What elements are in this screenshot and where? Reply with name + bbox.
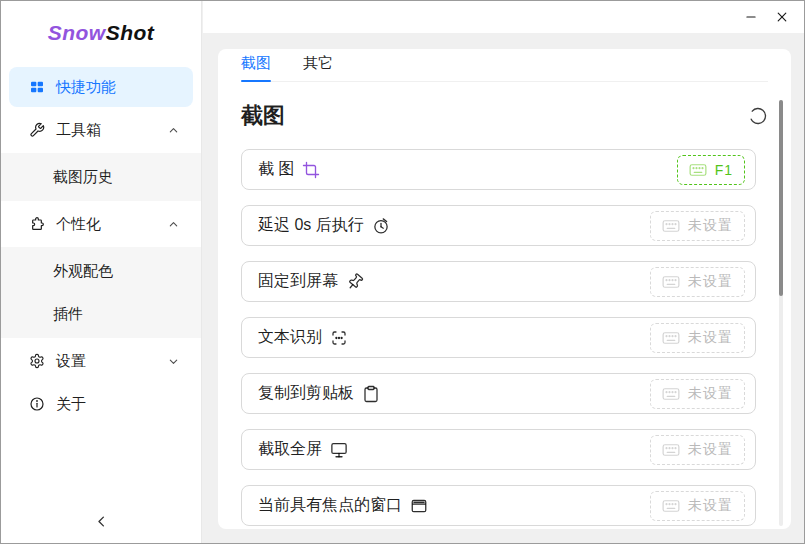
shortcut-grid-icon: [29, 79, 45, 95]
shortcut-row-delay-execute[interactable]: 延迟 0s 后执行 未设置: [241, 205, 756, 246]
loading-spinner-icon: [748, 106, 768, 126]
hotkey-value: 未设置: [688, 329, 733, 347]
keyboard-icon: [662, 499, 680, 513]
timer-icon: [372, 217, 390, 235]
shortcut-label: 延迟 0s 后执行: [258, 215, 364, 236]
sidebar-item-label: 插件: [53, 305, 179, 324]
sidebar-item-toolbox[interactable]: 工具箱: [9, 110, 193, 150]
sidebar: SnowShot 快捷功能 工具箱 截图历史: [1, 1, 202, 543]
tab-bar: 截图 其它: [241, 49, 768, 82]
shortcut-label: 文本识别: [258, 327, 322, 348]
sidebar-item-personalization[interactable]: 个性化: [9, 204, 193, 244]
info-icon: [29, 396, 45, 412]
sidebar-item-appearance[interactable]: 外观配色: [9, 251, 193, 291]
tab-label: 截图: [241, 54, 271, 71]
hotkey-value: 未设置: [688, 385, 733, 403]
minimize-button[interactable]: [735, 3, 766, 31]
chevron-up-icon: [168, 219, 179, 230]
sidebar-item-label: 个性化: [56, 215, 157, 234]
monitor-icon: [330, 441, 348, 459]
sidebar-item-label: 工具箱: [56, 121, 157, 140]
hotkey-badge[interactable]: F1: [677, 155, 745, 185]
scrollbar[interactable]: [779, 100, 783, 526]
chevron-up-icon: [168, 125, 179, 136]
puzzle-icon: [29, 216, 45, 232]
minimize-icon: [744, 10, 758, 24]
scrollbar-thumb[interactable]: [779, 100, 783, 296]
shortcut-label: 截取全屏: [258, 439, 322, 460]
keyboard-icon: [662, 331, 680, 345]
app-logo: SnowShot: [1, 1, 201, 64]
shortcut-settings-panel: 截图 其它 截图 截 图 F1: [218, 49, 791, 529]
main-area: 截图 其它 截图 截 图 F1: [203, 1, 804, 543]
shortcut-label: 截 图: [258, 159, 294, 180]
close-button[interactable]: [766, 3, 797, 31]
sidebar-item-plugins[interactable]: 插件: [9, 294, 193, 334]
sidebar-item-label: 设置: [56, 352, 157, 371]
shortcut-label: 当前具有焦点的窗口: [258, 495, 402, 516]
window-titlebar: [203, 1, 804, 33]
crop-icon: [302, 161, 320, 179]
hotkey-value: 未设置: [688, 217, 733, 235]
wrench-icon: [29, 122, 45, 138]
close-icon: [775, 10, 789, 24]
hotkey-badge[interactable]: 未设置: [650, 435, 745, 465]
shortcut-row-screenshot[interactable]: 截 图 F1: [241, 149, 756, 190]
clipboard-icon: [362, 385, 380, 403]
snowshot-window: SnowShot 快捷功能 工具箱 截图历史: [0, 0, 805, 544]
sidebar-item-label: 外观配色: [53, 262, 179, 281]
tab-other[interactable]: 其它: [303, 54, 333, 81]
shortcut-row-focused-window[interactable]: 当前具有焦点的窗口 未设置: [241, 485, 756, 526]
keyboard-icon: [662, 443, 680, 457]
shortcut-row-pin-to-screen[interactable]: 固定到屏幕 未设置: [241, 261, 756, 302]
hotkey-badge[interactable]: 未设置: [650, 211, 745, 241]
hotkey-badge[interactable]: 未设置: [650, 379, 745, 409]
keyboard-icon: [662, 219, 680, 233]
shortcut-row-capture-fullscreen[interactable]: 截取全屏 未设置: [241, 429, 756, 470]
logo-text-snow: Snow: [48, 21, 106, 45]
gear-icon: [29, 353, 45, 369]
page-title: 截图: [241, 101, 285, 131]
keyboard-icon: [662, 387, 680, 401]
shortcut-row-copy-to-clipboard[interactable]: 复制到剪贴板 未设置: [241, 373, 756, 414]
focused-window-icon: [410, 497, 428, 515]
hotkey-badge[interactable]: 未设置: [650, 323, 745, 353]
sidebar-item-about[interactable]: 关于: [9, 384, 193, 424]
toolbox-submenu: 截图历史: [1, 153, 201, 201]
section-header: 截图: [241, 102, 768, 130]
sidebar-item-quick-functions[interactable]: 快捷功能: [9, 67, 193, 107]
personalization-submenu: 外观配色 插件: [1, 247, 201, 338]
chevron-left-icon: [94, 514, 109, 529]
hotkey-value: 未设置: [688, 273, 733, 291]
tab-label: 其它: [303, 54, 333, 71]
sidebar-item-settings[interactable]: 设置: [9, 341, 193, 381]
sidebar-item-screenshot-history[interactable]: 截图历史: [9, 157, 193, 197]
hotkey-badge[interactable]: 未设置: [650, 491, 745, 521]
ocr-scan-icon: [330, 329, 348, 347]
shortcut-list: 截 图 F1 延迟 0s 后执行 未设置 固定到屏幕: [241, 149, 756, 526]
tab-screenshot[interactable]: 截图: [241, 54, 271, 81]
sidebar-item-label: 截图历史: [53, 168, 179, 187]
hotkey-value: 未设置: [688, 497, 733, 515]
shortcut-row-text-recognition[interactable]: 文本识别 未设置: [241, 317, 756, 358]
sidebar-item-label: 关于: [56, 395, 179, 414]
pin-icon: [342, 269, 367, 294]
hotkey-value: F1: [715, 162, 733, 178]
hotkey-badge[interactable]: 未设置: [650, 267, 745, 297]
sidebar-item-label: 快捷功能: [56, 78, 179, 97]
chevron-down-icon: [168, 356, 179, 367]
keyboard-icon: [689, 163, 707, 177]
sidebar-menu: 快捷功能 工具箱 截图历史 个性化: [1, 67, 201, 424]
sidebar-collapse-button[interactable]: [1, 511, 201, 531]
keyboard-icon: [662, 275, 680, 289]
hotkey-value: 未设置: [688, 441, 733, 459]
shortcut-label: 固定到屏幕: [258, 271, 338, 292]
logo-text-shot: Shot: [106, 21, 155, 45]
shortcut-label: 复制到剪贴板: [258, 383, 354, 404]
